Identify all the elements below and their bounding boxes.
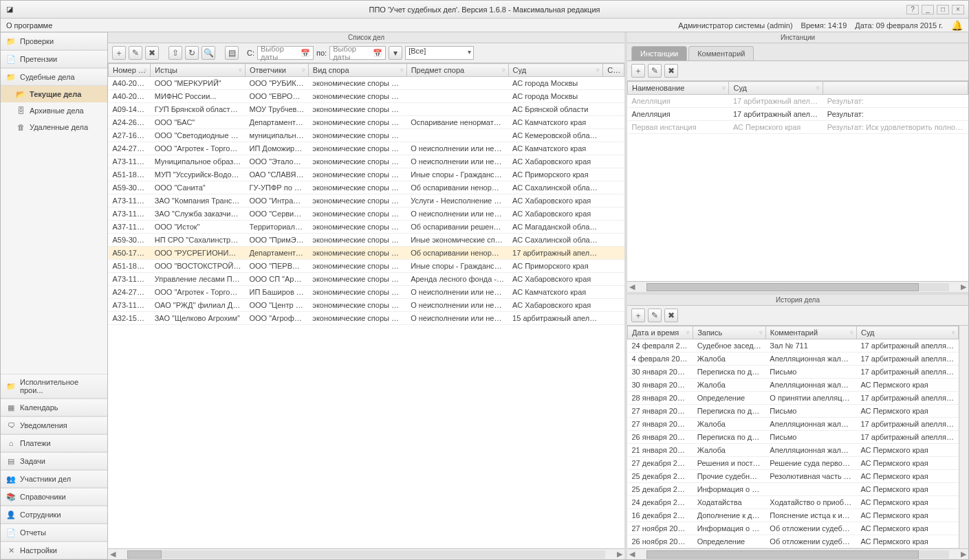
filter-icon[interactable]: ▿ (239, 67, 242, 74)
table-row[interactable]: 4 февраля 2015 г.ЖалобаАпелляционная жал… (628, 352, 959, 366)
filter-combo[interactable]: [Все] (405, 46, 474, 60)
search-button[interactable]: 🔍 (202, 46, 215, 60)
table-row[interactable]: А37-113/2...ООО "Исток"Территориальн...э… (109, 221, 624, 234)
column-header[interactable]: Ста (603, 64, 624, 77)
table-row[interactable]: А40-20274...МИФНС России...ООО "ЕВРОМИР"… (109, 90, 624, 103)
table-row[interactable]: 26 января 2015 г.Переписка по делуПисьмо… (628, 431, 959, 444)
column-header[interactable]: Вид спора▿ (308, 64, 406, 77)
sidebar-item-отчеты[interactable]: 📄Отчеты (1, 524, 107, 541)
menu-about[interactable]: О программе (6, 21, 52, 30)
table-row[interactable]: Апелляция17 арбитражный апелл...Результа… (628, 108, 968, 121)
filter-icon[interactable]: ▿ (850, 329, 853, 336)
history-grid[interactable]: Дата и время▿Запись▿Комментарий▿Суд▿24 ф… (627, 326, 968, 548)
sidebar-item-платежи[interactable]: ⌂Платежи (1, 434, 107, 452)
column-header[interactable]: Ответчики▿ (245, 64, 308, 77)
add-button[interactable]: ＋ (112, 46, 126, 60)
move-up-button[interactable]: ⇧ (168, 46, 182, 60)
table-row[interactable]: 25 декабря 2014 г.Информация о прин...АС… (628, 483, 959, 496)
table-row[interactable]: А32-15085...ЗАО "Щелково Агрохим"ООО "Аг… (109, 312, 624, 325)
filter-icon[interactable]: ▿ (400, 67, 404, 74)
sidebar-item-календарь[interactable]: ▦Календарь (1, 399, 107, 416)
column-header[interactable]: Истцы▿ (151, 64, 246, 77)
date-dropdown-button[interactable]: ▾ (389, 46, 402, 60)
table-row[interactable]: А24-273/2...ООО "Агротек - Торговый д...… (109, 286, 624, 299)
v-scrollbar[interactable] (959, 326, 968, 548)
table-row[interactable]: А50-17997...ООО "РУСРЕГИОНИНВЕСТ"Департа… (109, 247, 624, 260)
table-row[interactable]: 27 ноября 2014 г.Информация о прин...Об … (628, 522, 959, 535)
sidebar-item-архивные-дела[interactable]: 🗄Архивные дела (1, 102, 107, 119)
sidebar-item-претензии[interactable]: 📄Претензии (1, 50, 107, 68)
delete-button[interactable]: ✖ (145, 46, 159, 60)
sidebar-item-задачи[interactable]: ▤Задачи (1, 452, 107, 470)
sidebar-item-текущие-дела[interactable]: 📂Текущие дела (1, 86, 107, 102)
filter-icon[interactable]: ▿ (759, 329, 763, 336)
tab-Инстанции[interactable]: Инстанции (631, 46, 687, 60)
refresh-button[interactable]: ↻ (185, 46, 199, 60)
sidebar-item-судебные-дела[interactable]: 📁Судебные дела (1, 68, 107, 86)
table-row[interactable]: 24 февраля 2015 г.Судебное заседаниеЗал … (628, 339, 959, 352)
table-row[interactable]: 26 ноября 2014 г.ОпределениеОб отложении… (628, 535, 959, 548)
filter-icon[interactable]: ▿ (302, 67, 305, 74)
filter-icon[interactable]: ▿ (686, 329, 690, 336)
instances-h-scrollbar[interactable]: ◀▶ (627, 281, 968, 292)
instances-grid[interactable]: Наименование▿Суд▿Апелляция17 арбитражный… (627, 81, 968, 281)
filter-icon[interactable]: ▿ (722, 85, 726, 91)
sidebar-item-проверки[interactable]: 📁Проверки (1, 32, 107, 50)
column-header[interactable]: Комментарий▿ (765, 326, 856, 339)
column-header[interactable]: Суд▿ (856, 326, 958, 339)
column-header[interactable]: Суд▿ (729, 82, 823, 95)
table-row[interactable]: Апелляция17 арбитражный апелл...Результа… (628, 95, 968, 108)
maximize-button[interactable]: □ (937, 5, 949, 14)
tab-Комментарий[interactable]: Комментарий (688, 46, 754, 60)
table-row[interactable]: 25 декабря 2014 г.Прочие судебные до...Р… (628, 470, 959, 483)
table-row[interactable]: А27-1658/...ООО "Светодиодные технол...м… (109, 129, 624, 142)
table-row[interactable]: А73-1132/...ЗАО "Компания ТрансТелеК...О… (109, 194, 624, 208)
minimize-button[interactable]: _ (922, 5, 934, 14)
filter-icon[interactable]: ▿ (816, 85, 820, 91)
column-header[interactable]: Наименование▿ (628, 82, 729, 95)
column-header[interactable]: Предмет спора▿ (406, 64, 508, 77)
column-header[interactable] (823, 82, 968, 95)
history-h-scrollbar[interactable]: ◀▶ (627, 548, 968, 559)
table-row[interactable]: А73-1140/...Управление лесами Правите...… (109, 273, 624, 286)
sidebar-item-участники-дел[interactable]: 👥Участники дел (1, 470, 107, 488)
edit-button[interactable]: ✎ (129, 46, 142, 60)
close-button[interactable]: × (952, 5, 964, 14)
bell-icon[interactable]: 🔔 (951, 20, 963, 31)
table-row[interactable]: А73-115/2...Муниципальное образовани...О… (109, 155, 624, 168)
table-row[interactable]: А24-274/2...ООО "Агротек - Торговый д...… (109, 142, 624, 155)
column-header[interactable]: Суд▿ (508, 64, 603, 77)
filter-icon[interactable]: ▿ (952, 329, 955, 336)
date-to-input[interactable]: Выбор даты📅 (329, 46, 386, 60)
instance-add-button[interactable]: ＋ (631, 64, 645, 78)
report-button[interactable]: ▤ (225, 46, 239, 60)
table-row[interactable]: 27 января 2015 г.Переписка по делуПисьмо… (628, 405, 959, 418)
sidebar-item-исполнительное-прои-[interactable]: 📁Исполнительное прои... (1, 374, 107, 399)
column-header[interactable]: Номер д...▿ (109, 64, 151, 77)
instance-edit-button[interactable]: ✎ (648, 64, 662, 78)
h-scrollbar[interactable]: ◀▶ (108, 548, 624, 559)
table-row[interactable]: А51-1821/...МУП "Уссурийск-Водоканал...О… (109, 168, 624, 181)
history-edit-button[interactable]: ✎ (648, 309, 662, 322)
sidebar-item-настройки[interactable]: ✕Настройки (1, 541, 107, 559)
instance-delete-button[interactable]: ✖ (664, 64, 678, 78)
cases-grid[interactable]: Номер д...▿Истцы▿Ответчики▿Вид спора▿Пре… (108, 63, 624, 548)
table-row[interactable]: А09-1489/...ГУП Брянской области "Бря...… (109, 103, 624, 116)
history-delete-button[interactable]: ✖ (664, 309, 678, 322)
table-row[interactable]: 28 января 2015 г.ОпределениеО принятии а… (628, 392, 959, 405)
help-button[interactable]: ? (906, 5, 919, 14)
sidebar-item-удаленные-дела[interactable]: 🗑Удаленные дела (1, 119, 107, 135)
column-header[interactable]: Запись▿ (693, 326, 766, 339)
table-row[interactable]: 30 января 2015 г.ЖалобаАпелляционная жал… (628, 379, 959, 392)
table-row[interactable]: А40-20105...ООО "МЕРКУРИЙ"ООО "РУБИКОН"э… (109, 77, 624, 90)
sidebar-item-сотрудники[interactable]: 👤Сотрудники (1, 506, 107, 524)
table-row[interactable]: А59-308/2...ООО "Санита"ГУ-УПФР по Доли.… (109, 181, 624, 194)
filter-icon[interactable]: ▿ (502, 67, 505, 74)
table-row[interactable]: 27 января 2015 г.ЖалобаАпелляционная жал… (628, 418, 959, 431)
table-row[interactable]: А59-309/2...НП СРО "Сахалинстрой"ООО "Пр… (109, 234, 624, 247)
table-row[interactable]: Первая инстанцияАС Пермского краяРезульт… (628, 121, 968, 134)
history-add-button[interactable]: ＋ (631, 309, 645, 322)
table-row[interactable]: 16 декабря 2014 г.Дополнение к делуПоясн… (628, 509, 959, 522)
table-row[interactable]: 30 января 2015 г.Переписка по делуПисьмо… (628, 366, 959, 379)
table-row[interactable]: 24 декабря 2014 г.ХодатайстваХодатайство… (628, 496, 959, 509)
